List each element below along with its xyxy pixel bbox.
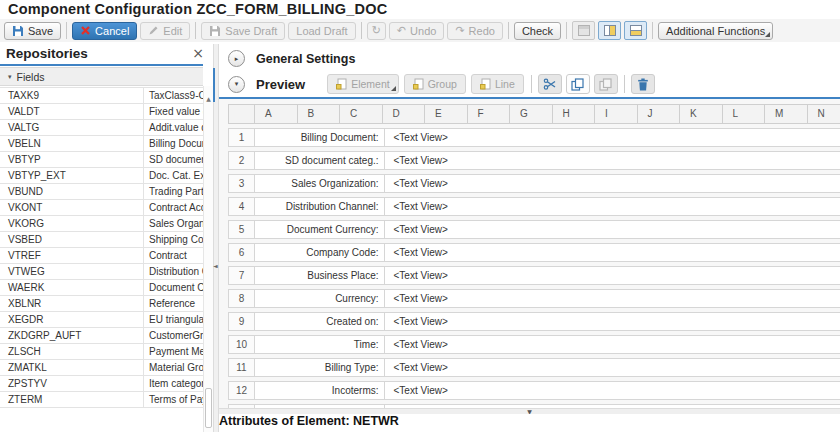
grid-column-header[interactable]: M [764,104,808,124]
field-row[interactable]: VBTYP SD document ... [0,152,203,168]
field-row[interactable]: VALDT Fixed value date [0,104,203,120]
row-number-cell[interactable]: 9 [228,312,255,331]
row-number-cell[interactable]: 2 [228,151,255,170]
splitter-collapse-icon[interactable]: ◄ [213,262,218,269]
layout-horizontal-split-button[interactable] [624,21,647,40]
redo-button[interactable]: ↷ Redo [447,22,503,40]
row-number-cell[interactable]: 8 [228,289,255,308]
grid-column-header[interactable]: B [297,104,341,124]
text-view-cell[interactable]: <Text View> [384,335,840,354]
label-cell[interactable]: SD document categ.: [254,151,385,170]
text-view-cell[interactable]: <Text View> [384,312,840,331]
insert-group-button[interactable]: Group [404,74,466,94]
grid-column-header[interactable]: J [637,104,681,124]
grid-column-header[interactable]: I [594,104,638,124]
text-view-cell[interactable]: <Text View> [384,151,840,170]
row-number-cell[interactable]: 1 [228,128,255,147]
load-draft-button[interactable]: Load Draft [288,22,355,40]
row-number-cell[interactable]: 11 [228,358,255,377]
scroll-up-icon[interactable]: ▲ [204,95,213,102]
grid-column-header[interactable]: H [552,104,596,124]
text-view-cell[interactable]: <Text View> [384,266,840,285]
label-cell[interactable]: Currency: [254,289,385,308]
row-number-cell[interactable]: 7 [228,266,255,285]
text-view-cell[interactable]: <Text View> [384,381,840,400]
grid-column-header[interactable]: L [722,104,766,124]
grid-column-header[interactable]: K [679,104,723,124]
text-view-cell[interactable]: <Text View> [384,220,840,239]
grid-corner-cell[interactable] [228,104,255,124]
undo-button[interactable]: ↶ Undo [389,22,445,40]
layout-single-pane-button[interactable] [572,21,595,40]
field-row[interactable]: VBELN Billing Docum... [0,136,203,152]
label-cell[interactable]: Company Code: [254,243,385,262]
scrollbar-thumb[interactable] [205,388,212,428]
insert-line-button[interactable]: Line [471,74,524,94]
refresh-button[interactable]: ↻ [367,22,386,40]
field-row[interactable]: VKONT Contract Acco... [0,200,203,216]
insert-element-button[interactable]: Element [327,74,399,94]
check-button[interactable]: Check [514,22,561,40]
additional-functions-button[interactable]: Additional Functions [658,22,773,40]
field-row[interactable]: ZLSCH Payment Met... [0,344,203,360]
field-row[interactable]: VKORG Sales Organiz... [0,216,203,232]
field-row[interactable]: VALTG Addit.value days [0,120,203,136]
text-view-cell[interactable]: <Text View> [384,289,840,308]
edit-button[interactable]: Edit [140,22,190,40]
close-icon[interactable]: × [190,45,206,61]
grid-column-header[interactable]: A [254,104,298,124]
field-row[interactable]: VBUND Trading Partner [0,184,203,200]
grid-column-header[interactable]: C [339,104,383,124]
save-button[interactable]: Save [4,22,61,40]
grid-column-header[interactable]: G [509,104,553,124]
paste-button[interactable] [594,74,618,94]
field-row[interactable]: ZPSTYV Item category [0,376,203,392]
field-row[interactable]: XEGDR EU triangular ... [0,312,203,328]
label-cell[interactable]: Business Place: [254,266,385,285]
field-row[interactable]: VSBED Shipping Con... [0,232,203,248]
field-row[interactable]: XBLNR Reference [0,296,203,312]
row-number-cell[interactable]: 6 [228,243,255,262]
label-cell[interactable]: Billing Document: [254,128,385,147]
grid-column-header[interactable]: N [807,104,840,124]
expand-general-settings-button[interactable]: ▸ [228,50,245,67]
label-cell[interactable]: Created on: [254,312,385,331]
row-number-cell[interactable]: 5 [228,220,255,239]
save-draft-button[interactable]: Save Draft [201,22,285,40]
cut-button[interactable] [538,74,562,94]
label-cell[interactable]: Incoterms: [254,381,385,400]
field-row[interactable]: VBTYP_EXT Doc. Cat. Ext... [0,168,203,184]
fields-section-header[interactable]: ▾ Fields [0,67,203,86]
text-view-cell[interactable]: <Text View> [384,197,840,216]
field-row[interactable]: ZKDGRP_AUFT CustomerGro... [0,328,203,344]
label-cell[interactable]: Billing Type: [254,358,385,377]
field-row[interactable]: ZMATKL Material Group [0,360,203,376]
label-cell[interactable]: Document Currency: [254,220,385,239]
text-view-cell[interactable]: <Text View> [384,128,840,147]
grid-column-header[interactable]: F [467,104,511,124]
field-row[interactable]: VTWEG Distribution C... [0,264,203,280]
row-number-cell[interactable]: 12 [228,381,255,400]
fields-scrollbar[interactable]: ▲ [203,86,213,432]
row-number-cell[interactable]: 10 [228,335,255,354]
label-cell[interactable]: Sales Organization: [254,174,385,193]
collapse-preview-button[interactable]: ▾ [228,76,245,93]
cancel-button[interactable]: Cancel [72,22,137,40]
copy-button[interactable] [566,74,590,94]
text-view-cell[interactable]: <Text View> [384,358,840,377]
field-row[interactable]: VTREF Contract [0,248,203,264]
grid-column-header[interactable]: D [382,104,426,124]
delete-button[interactable] [631,74,655,94]
layout-vertical-split-button[interactable] [598,21,621,40]
grid-column-header[interactable]: E [424,104,468,124]
row-number-cell[interactable]: 4 [228,197,255,216]
text-view-cell[interactable]: <Text View> [384,243,840,262]
field-row[interactable]: ZTERM Terms of Pay... [0,392,203,408]
grid-row: 8 Currency: <Text View> [228,289,840,308]
field-row[interactable]: WAERK Document Cu... [0,280,203,296]
row-number-cell[interactable]: 3 [228,174,255,193]
field-row[interactable]: TAXK9 TaxClass9-Cust. [0,88,203,104]
label-cell[interactable]: Time: [254,335,385,354]
label-cell[interactable]: Distribution Channel: [254,197,385,216]
text-view-cell[interactable]: <Text View> [384,174,840,193]
